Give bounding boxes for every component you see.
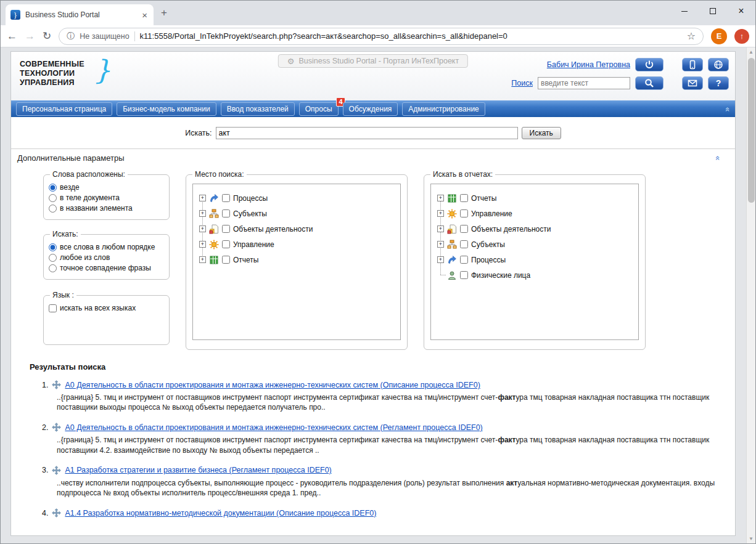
tree-item-label[interactable]: Субъекты: [471, 240, 505, 249]
result-link[interactable]: А0 Деятельность в области проектирования…: [65, 381, 480, 389]
logo-line-2: ТЕХНОЛОГИИ: [20, 69, 84, 78]
tree-item-label[interactable]: Субъекты: [233, 209, 267, 218]
browser-tab[interactable]: } Business Studio Portal ×: [6, 4, 154, 25]
expand-icon[interactable]: [199, 195, 206, 201]
mail-button[interactable]: [682, 76, 703, 90]
radio-any-word[interactable]: любое из слов: [49, 253, 164, 262]
tree-item-label[interactable]: Объекты деятельности: [471, 225, 551, 233]
back-button[interactable]: ←: [7, 30, 17, 43]
tree-item-label[interactable]: Отчеты: [471, 194, 496, 203]
tree-checkbox[interactable]: [222, 256, 230, 264]
result-item: 2. А0 Деятельность в области проектирова…: [30, 423, 719, 455]
processes-icon: [209, 193, 219, 203]
tree-checkbox[interactable]: [222, 225, 230, 233]
browser-menu-icon[interactable]: ↑: [734, 29, 749, 44]
tab-close-icon[interactable]: ×: [141, 10, 149, 20]
mail-icon: [688, 78, 697, 88]
close-button[interactable]: ×: [727, 1, 755, 22]
expand-icon[interactable]: [437, 241, 444, 248]
tree-checkbox[interactable]: [460, 256, 468, 264]
radio-in-body[interactable]: в теле документа: [49, 193, 164, 202]
scrollbar-thumb[interactable]: [748, 58, 755, 203]
expand-icon[interactable]: [437, 256, 444, 263]
checkbox-all-languages-input[interactable]: [49, 304, 57, 312]
maximize-button[interactable]: [699, 1, 727, 22]
logout-button[interactable]: [635, 58, 664, 71]
params-collapse-button[interactable]: «: [716, 153, 720, 163]
address-bar[interactable]: ⓘ Не защищено k11:5558/Portal_InTekhProy…: [59, 28, 704, 45]
refresh-button[interactable]: ↻: [43, 30, 51, 43]
result-item: 3. А1 Разработка стратегии и развитие би…: [30, 466, 719, 498]
page-scrollbar[interactable]: ▲ ▼: [746, 47, 755, 543]
language-button[interactable]: [708, 58, 729, 71]
tree-item-label[interactable]: Отчеты: [233, 256, 258, 264]
tree-checkbox[interactable]: [460, 271, 468, 279]
radio-exact-phrase-input[interactable]: [49, 264, 57, 272]
forward-button[interactable]: →: [25, 30, 35, 43]
radio-everywhere-input[interactable]: [49, 184, 57, 192]
radio-in-title[interactable]: в названии элемента: [49, 204, 164, 213]
quick-search-button[interactable]: [635, 76, 664, 90]
expand-icon[interactable]: [199, 241, 206, 248]
result-link[interactable]: А1 Разработка стратегии и развитие бизне…: [65, 466, 331, 474]
quick-search-input[interactable]: [538, 77, 630, 89]
scroll-up-button[interactable]: ▲: [747, 47, 755, 57]
nav-item-administration[interactable]: Администрирование: [402, 102, 485, 116]
chevron-up-icon: «: [713, 156, 723, 160]
url-text[interactable]: k11:5558/Portal_InTekhProyekt/search.php…: [140, 31, 682, 41]
tree-checkbox[interactable]: [222, 209, 230, 217]
tree-checkbox[interactable]: [222, 240, 230, 248]
expand-icon[interactable]: [437, 225, 444, 232]
nav-item-surveys[interactable]: Опросы4: [299, 102, 339, 116]
tree-item-label[interactable]: Управление: [471, 209, 512, 218]
user-name-link[interactable]: Бабич Ирина Петровна: [547, 60, 630, 69]
radio-everywhere[interactable]: везде: [49, 183, 164, 192]
expand-icon[interactable]: [437, 210, 444, 217]
result-link[interactable]: А0 Деятельность в области проектирования…: [65, 423, 482, 432]
tree-checkbox[interactable]: [460, 209, 468, 217]
radio-all-words[interactable]: все слова в любом порядке: [49, 243, 164, 251]
minimize-button[interactable]: [670, 1, 699, 22]
quick-search-link[interactable]: Поиск: [511, 79, 533, 87]
tree-item-label[interactable]: Управление: [233, 240, 274, 249]
nav-collapse-button[interactable]: «: [726, 104, 730, 115]
bookmark-star-icon[interactable]: ☆: [687, 30, 696, 42]
expand-icon[interactable]: [199, 256, 206, 263]
tree-item-label[interactable]: Физические лица: [471, 271, 530, 280]
expand-icon[interactable]: [199, 225, 206, 232]
nav-item-business-model[interactable]: Бизнес-модель компании: [117, 102, 216, 116]
radio-all-words-input[interactable]: [49, 243, 57, 251]
help-button[interactable]: ?: [708, 76, 729, 90]
radio-in-title-input[interactable]: [49, 205, 57, 213]
scroll-down-button[interactable]: ▼: [747, 534, 755, 543]
result-item: 1. А0 Деятельность в области проектирова…: [30, 380, 719, 412]
tree-checkbox[interactable]: [460, 225, 468, 233]
nav-item-indicators[interactable]: Ввод показателей: [221, 102, 295, 116]
tree-checkbox[interactable]: [222, 194, 230, 202]
tree-item-management: Управление: [437, 206, 633, 221]
result-link[interactable]: А1.4 Разработка нормативно-методической …: [65, 509, 376, 518]
tree-checkbox[interactable]: [460, 240, 468, 248]
results-title: Результаты поиска: [30, 362, 719, 371]
radio-exact-phrase[interactable]: точное совпадение фразы: [49, 264, 164, 272]
search-button[interactable]: Искать: [522, 127, 561, 139]
nav-item-personal-page[interactable]: Персональная страница: [16, 102, 112, 116]
subjects-icon: [447, 240, 457, 250]
radio-in-body-input[interactable]: [49, 194, 57, 202]
radio-any-word-label: любое из слов: [60, 253, 110, 262]
expand-icon[interactable]: [437, 195, 444, 201]
info-icon[interactable]: ⓘ: [67, 31, 75, 42]
tree-item-label[interactable]: Объекты деятельности: [233, 225, 313, 233]
banner-text: Business Studio Portal - Портал ИнТехПро…: [298, 57, 459, 65]
expand-icon[interactable]: [199, 210, 206, 217]
tree-item-label[interactable]: Процессы: [471, 256, 506, 264]
mobile-version-button[interactable]: [682, 58, 703, 71]
tree-item-label[interactable]: Процессы: [233, 194, 268, 203]
search-input[interactable]: [216, 127, 518, 139]
nav-item-discussions[interactable]: Обсуждения: [343, 102, 398, 116]
radio-any-word-input[interactable]: [49, 254, 57, 262]
checkbox-all-languages[interactable]: искать на всех языках: [49, 304, 164, 312]
tree-checkbox[interactable]: [460, 194, 468, 202]
new-tab-button[interactable]: +: [161, 7, 167, 19]
profile-avatar[interactable]: E: [711, 28, 727, 44]
